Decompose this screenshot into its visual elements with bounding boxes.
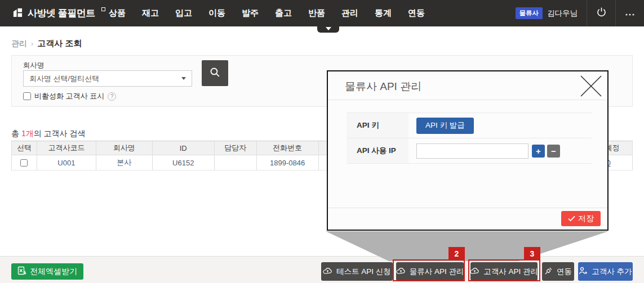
logo-text: 사방넷 풀필먼트 bbox=[28, 7, 95, 20]
user-name: 김다우님 bbox=[547, 8, 578, 19]
api-ip-input[interactable] bbox=[416, 143, 528, 159]
nav-item-returns[interactable]: 반품 bbox=[308, 8, 325, 19]
cloud-api-icon bbox=[323, 267, 332, 276]
nav-item-integration[interactable]: 연동 bbox=[408, 8, 425, 19]
save-button[interactable]: 저장 bbox=[561, 211, 601, 226]
logo-icon bbox=[12, 7, 23, 20]
plus-icon: + bbox=[536, 147, 541, 155]
nav-item-inbound[interactable]: 입고 bbox=[175, 8, 192, 19]
more-menu-button[interactable] bbox=[616, 0, 644, 26]
col-header-phone: 전화번호 bbox=[257, 141, 319, 155]
nav-item-products[interactable]: 상품 bbox=[109, 8, 126, 19]
main-nav: 상품 재고 입고 이동 발주 출고 반품 관리 통계 연동 bbox=[109, 0, 425, 26]
company-select-value: 회사명 선택/멀티선택 bbox=[29, 74, 99, 84]
top-navigation-bar: 사방넷 풀필먼트 상품 재고 입고 이동 발주 출고 반품 관리 통계 연동 물… bbox=[0, 0, 644, 26]
breadcrumb: 관리 › 고객사 조회 bbox=[11, 38, 82, 49]
add-ip-button[interactable]: + bbox=[532, 145, 545, 158]
checkmark-icon bbox=[568, 214, 575, 223]
row-company: 본사 bbox=[96, 155, 153, 170]
search-icon bbox=[209, 66, 221, 80]
col-header-customer-code: 고객사코드 bbox=[37, 141, 96, 155]
test-api-request-button[interactable]: 테스트 API 신청 bbox=[321, 262, 393, 281]
col-header-company: 회사명 bbox=[96, 141, 153, 155]
api-key-row: API 키 API 키 발급 bbox=[347, 113, 592, 138]
logo-superscript-box-icon bbox=[101, 7, 105, 11]
export-all-excel-button[interactable]: 전체엑셀받기 bbox=[11, 263, 83, 280]
cloud-api-icon bbox=[470, 267, 479, 276]
add-customer-label: 고객사 추가 bbox=[592, 267, 632, 277]
breadcrumb-separator-icon: › bbox=[31, 39, 33, 48]
nav-item-purchase-order[interactable]: 발주 bbox=[242, 8, 259, 19]
modal-divider bbox=[328, 208, 607, 208]
integration-button[interactable]: 연동 bbox=[542, 262, 574, 281]
ellipsis-icon bbox=[625, 8, 635, 19]
plug-icon bbox=[544, 267, 553, 277]
col-header-select: 선택 bbox=[12, 141, 37, 155]
logistics-api-manage-label: 물류사 API 관리 bbox=[410, 267, 464, 277]
excel-download-icon bbox=[17, 266, 26, 277]
inactive-customers-label: 비활성화 고객사 표시 bbox=[34, 91, 104, 101]
person-plus-icon bbox=[579, 267, 588, 276]
nav-item-outbound[interactable]: 출고 bbox=[275, 8, 292, 19]
modal-title: 물류사 API 관리 bbox=[345, 79, 421, 94]
app-logo[interactable]: 사방넷 풀필먼트 bbox=[12, 0, 105, 26]
row-select-checkbox[interactable] bbox=[20, 159, 28, 167]
row-select-cell bbox=[12, 155, 37, 170]
help-icon[interactable]: ? bbox=[108, 92, 116, 101]
inactive-customers-option: 비활성화 고객사 표시 ? bbox=[23, 91, 116, 101]
result-count-number: 1개 bbox=[21, 129, 34, 138]
close-icon bbox=[579, 75, 603, 99]
result-count-prefix: 총 bbox=[11, 129, 21, 138]
inactive-customers-checkbox[interactable] bbox=[23, 92, 31, 100]
topbar-user-area: 물류사 김다우님 bbox=[516, 0, 644, 26]
breadcrumb-parent[interactable]: 관리 bbox=[11, 39, 27, 49]
nav-item-statistics[interactable]: 통계 bbox=[375, 8, 392, 19]
nav-item-transfer[interactable]: 이동 bbox=[208, 8, 225, 19]
api-key-label: API 키 bbox=[347, 113, 408, 138]
col-header-id: ID bbox=[153, 141, 215, 155]
nav-expand-toggle[interactable] bbox=[317, 26, 339, 33]
bottom-action-bar: 전체엑셀받기 테스트 API 신청 물류사 API 관리 bbox=[0, 256, 644, 283]
customer-api-manage-label: 고객사 API 관리 bbox=[483, 267, 538, 277]
remove-ip-button[interactable]: − bbox=[547, 145, 560, 158]
customer-lookup-page: 사방넷 풀필먼트 상품 재고 입고 이동 발주 출고 반품 관리 통계 연동 물… bbox=[0, 0, 644, 283]
company-name-label: 회사명 bbox=[23, 61, 45, 70]
logistics-api-manage-button[interactable]: 물류사 API 관리 bbox=[396, 262, 464, 281]
chevron-down-icon bbox=[326, 27, 331, 30]
test-api-request-label: 테스트 API 신청 bbox=[336, 267, 391, 277]
api-ip-content: + − bbox=[408, 138, 592, 163]
user-role-badge: 물류사 bbox=[516, 7, 543, 19]
result-count: 총 1개의 고객사 검색 bbox=[11, 129, 85, 139]
save-label: 저장 bbox=[578, 214, 594, 224]
nav-item-inventory[interactable]: 재고 bbox=[142, 8, 159, 19]
logout-button[interactable] bbox=[587, 0, 615, 26]
page-title: 고객사 조회 bbox=[37, 38, 82, 49]
export-all-excel-label: 전체엑셀받기 bbox=[30, 267, 77, 277]
search-button[interactable] bbox=[202, 60, 228, 86]
api-ip-row: API 사용 IP + − bbox=[347, 138, 592, 164]
power-icon bbox=[596, 6, 607, 20]
api-settings-form: API 키 API 키 발급 API 사용 IP + − bbox=[347, 113, 592, 164]
result-count-suffix: 의 고객사 검색 bbox=[34, 129, 86, 138]
row-customer-code: U001 bbox=[37, 155, 96, 170]
row-id: U6152 bbox=[153, 155, 215, 170]
row-phone: 1899-0846 bbox=[257, 155, 319, 170]
company-select[interactable]: 회사명 선택/멀티선택 bbox=[23, 70, 192, 87]
integration-label: 연동 bbox=[557, 267, 572, 277]
customer-api-manage-button[interactable]: 고객사 API 관리 bbox=[470, 262, 538, 281]
modal-divider bbox=[328, 100, 607, 100]
col-header-manager: 담당자 bbox=[215, 141, 257, 155]
add-customer-button[interactable]: 고객사 추가 bbox=[578, 262, 633, 281]
logistics-api-modal: 물류사 API 관리 API 키 API 키 발급 API 사용 IP + bbox=[327, 70, 609, 231]
chevron-down-icon bbox=[181, 77, 186, 80]
api-ip-label: API 사용 IP bbox=[347, 138, 408, 163]
issue-api-key-button[interactable]: API 키 발급 bbox=[416, 118, 474, 134]
row-manager bbox=[215, 155, 257, 170]
api-key-content: API 키 발급 bbox=[408, 113, 592, 138]
minus-icon: − bbox=[551, 147, 556, 155]
nav-item-management[interactable]: 관리 bbox=[341, 8, 358, 19]
cloud-api-icon bbox=[396, 267, 406, 276]
modal-close-button[interactable] bbox=[578, 74, 604, 100]
